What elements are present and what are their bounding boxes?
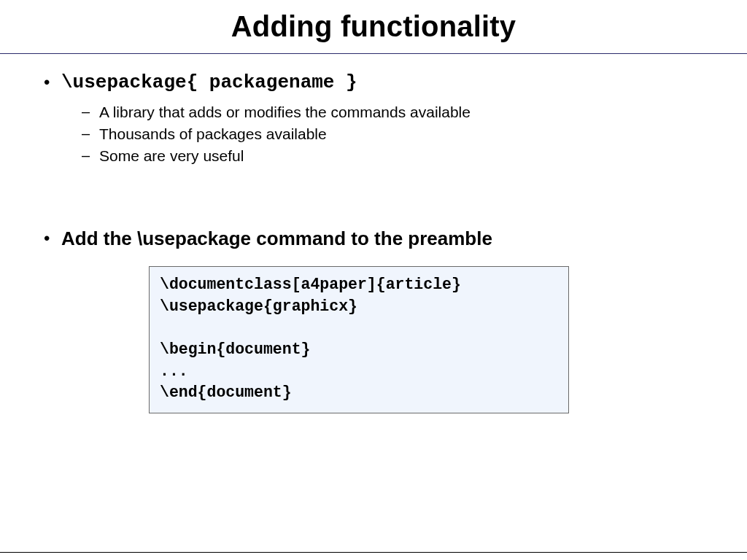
slide-body: \usepackage{ packagename } A library tha… [0, 54, 747, 413]
sub-bullet: Thousands of packages available [82, 125, 706, 143]
code-line: \usepackage{graphicx} [160, 296, 558, 318]
code-example-box: \documentclass[a4paper]{article} \usepac… [149, 266, 569, 413]
code-line: ... [160, 361, 558, 383]
code-line [160, 317, 558, 339]
bullet-usepackage: \usepackage{ packagename } A library tha… [41, 71, 706, 165]
bullet-preamble: Add the \usepackage command to the pream… [41, 228, 706, 250]
code-line: \documentclass[a4paper]{article} [160, 274, 558, 296]
code-line: \end{document} [160, 382, 558, 404]
bullet-preamble-text: Add the \usepackage command to the pream… [61, 228, 492, 249]
footer-divider [0, 552, 747, 553]
bullet-usepackage-text: \usepackage{ packagename } [61, 71, 357, 93]
sub-bullet: A library that adds or modifies the comm… [82, 104, 706, 121]
sub-bullet: Some are very useful [82, 147, 706, 165]
slide-title: Adding functionality [0, 10, 747, 43]
code-line: \begin{document} [160, 339, 558, 361]
